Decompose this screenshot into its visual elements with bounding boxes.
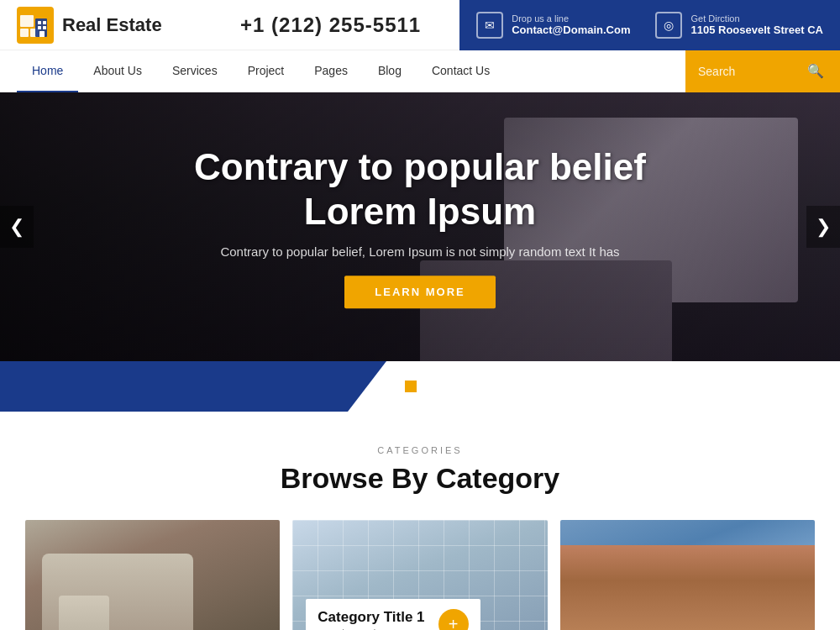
email-contact: ✉ Drop us a line Contact@Domain.Com: [476, 12, 630, 39]
nav-links: Home About Us Services Project Pages Blo…: [17, 50, 685, 92]
search-button[interactable]: 🔍: [807, 63, 824, 79]
nav-pages[interactable]: Pages: [299, 50, 363, 92]
svg-rect-8: [43, 26, 46, 29]
svg-rect-7: [38, 26, 41, 29]
hero-title: Contrary to popular belief Lorem Ipsum: [126, 145, 714, 234]
nav-project[interactable]: Project: [233, 50, 300, 92]
categories-title: Browse By Category: [25, 462, 815, 495]
category-card-1: [25, 520, 280, 630]
logo-area: Real Estate: [0, 7, 202, 44]
direction-address: 1105 Roosevelt Street CA: [690, 24, 823, 36]
svg-rect-1: [20, 15, 34, 27]
slider-next-button[interactable]: ❯: [806, 206, 840, 248]
nav-blog[interactable]: Blog: [363, 50, 417, 92]
direction-label: Get Dirction: [690, 13, 823, 24]
hero-learn-more-button[interactable]: LEARN MORE: [344, 276, 495, 308]
nav-home[interactable]: Home: [17, 50, 78, 92]
svg-rect-9: [39, 31, 45, 37]
category-overlay: Category Title 1 Lorem Ipsum +: [306, 599, 480, 630]
contact-email: Contact@Domain.Com: [512, 24, 630, 36]
dot-1[interactable]: [386, 381, 398, 392]
hero-subtitle: Contrary to popular belief, Lorem Ipsum …: [126, 244, 714, 259]
top-header: Real Estate +1 (212) 255-5511 ✉ Drop us …: [0, 0, 840, 50]
search-box: 🔍: [685, 50, 840, 92]
slider-dots: [386, 381, 454, 392]
hero-slider: ❮ Contrary to popular belief Lorem Ipsum…: [0, 92, 840, 361]
dot-2[interactable]: [405, 381, 417, 392]
dot-4[interactable]: [442, 381, 454, 392]
logo-icon: [17, 7, 54, 44]
contact-info-area: ✉ Drop us a line Contact@Domain.Com ◎ Ge…: [459, 0, 840, 50]
svg-rect-6: [43, 21, 46, 24]
slider-prev-button[interactable]: ❮: [0, 206, 34, 248]
contact-label: Drop us a line: [512, 13, 630, 24]
location-icon: ◎: [655, 12, 682, 39]
email-icon: ✉: [476, 12, 503, 39]
nav-services[interactable]: Services: [157, 50, 233, 92]
category-grid: Category Title 1 Lorem Ipsum +: [25, 520, 815, 630]
direction-contact: ◎ Get Dirction 1105 Roosevelt Street CA: [655, 12, 823, 39]
category-title: Category Title 1: [318, 609, 424, 626]
categories-label: CATEGORIES: [25, 445, 815, 455]
nav-contact[interactable]: Contact Us: [417, 50, 505, 92]
navbar: Home About Us Services Project Pages Blo…: [0, 50, 840, 92]
categories-section: CATEGORIES Browse By Category Category T…: [0, 412, 840, 630]
category-card-2: Category Title 1 Lorem Ipsum +: [292, 520, 547, 630]
logo-text: Real Estate: [62, 14, 162, 36]
slider-bottom: [0, 361, 840, 412]
category-card-3: [560, 520, 815, 630]
svg-rect-5: [38, 21, 41, 24]
category-image-1: [25, 520, 280, 630]
category-plus-button[interactable]: +: [438, 609, 469, 630]
category-image-3: [560, 520, 815, 630]
search-input[interactable]: [698, 65, 807, 78]
dot-3[interactable]: [423, 381, 435, 392]
nav-about[interactable]: About Us: [78, 50, 157, 92]
hero-content: Contrary to popular belief Lorem Ipsum C…: [126, 145, 714, 308]
svg-rect-2: [20, 29, 29, 37]
phone-number: +1 (212) 255-5511: [202, 13, 459, 37]
